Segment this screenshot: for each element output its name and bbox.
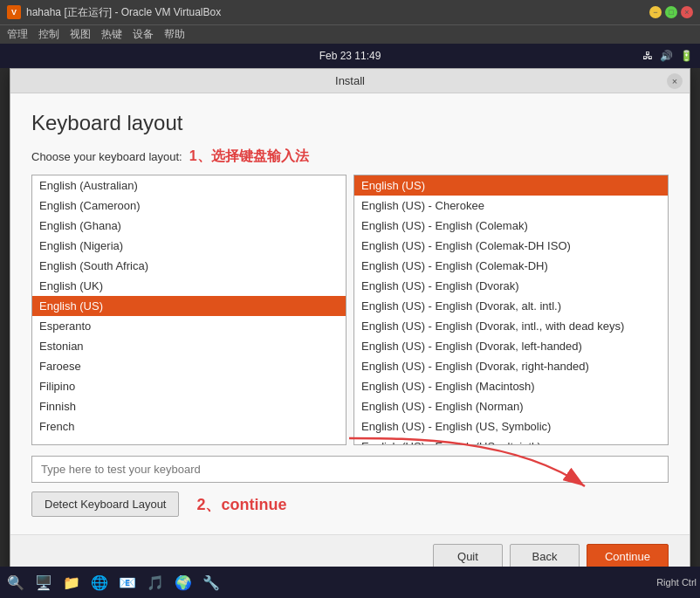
list-item[interactable]: English (Nigeria) bbox=[32, 236, 346, 256]
window-title: hahaha [正在运行] - Oracle VM VirtualBox bbox=[26, 5, 644, 20]
maximize-button[interactable]: □ bbox=[665, 6, 677, 18]
list-item[interactable]: French bbox=[32, 416, 346, 436]
list-item[interactable]: English (US) bbox=[32, 296, 346, 316]
taskbar-icon-7[interactable]: 🌍 bbox=[171, 570, 196, 595]
list-item[interactable]: English (US) - English (Colemak) bbox=[354, 216, 668, 236]
install-dialog: Install × Keyboard layout Choose your ke… bbox=[10, 68, 690, 584]
list-item[interactable]: Esperanto bbox=[32, 316, 346, 336]
bottom-controls: Detect Keyboard Layout 2、continue bbox=[31, 491, 669, 517]
list-item[interactable]: English (US) - English (US, alt. intl.) bbox=[354, 436, 668, 445]
list-item[interactable]: English (US) - English (US, Symbolic) bbox=[354, 416, 668, 436]
system-bar: Feb 23 11:49 🖧 🔊 🔋 bbox=[0, 44, 700, 68]
language-list[interactable]: English (Australian)English (Cameroon)En… bbox=[31, 175, 347, 445]
keyboard-test-input[interactable] bbox=[31, 456, 669, 483]
list-item[interactable]: English (US) bbox=[354, 175, 668, 196]
dialog-title-bar: Install × bbox=[10, 69, 690, 93]
list-item[interactable]: English (UK) bbox=[32, 276, 346, 296]
list-item[interactable]: English (US) - English (Dvorak, left-han… bbox=[354, 336, 668, 356]
menu-bar: 管理 控制 视图 热键 设备 帮助 bbox=[0, 24, 700, 44]
network-icon: 🖧 bbox=[642, 50, 653, 62]
datetime-display: Feb 23 11:49 bbox=[319, 50, 381, 62]
list-item[interactable]: English (US) - Cherokee bbox=[354, 196, 668, 216]
window-title-bar: V hahaha [正在运行] - Oracle VM VirtualBox −… bbox=[0, 0, 700, 24]
menu-hotkey[interactable]: 热键 bbox=[101, 27, 122, 42]
menu-control[interactable]: 控制 bbox=[38, 27, 59, 42]
taskbar-icon-5[interactable]: 📧 bbox=[115, 570, 140, 595]
list-item[interactable]: English (Ghana) bbox=[32, 216, 346, 236]
list-item[interactable]: English (US) - English (Dvorak, right-ha… bbox=[354, 356, 668, 376]
list-item[interactable]: English (US) - English (Dvorak, intl., w… bbox=[354, 316, 668, 336]
continue-button[interactable]: Continue bbox=[587, 544, 669, 569]
system-icons: 🖧 🔊 🔋 bbox=[642, 50, 693, 62]
menu-help[interactable]: 帮助 bbox=[164, 27, 185, 42]
layout-lists: English (Australian)English (Cameroon)En… bbox=[31, 175, 669, 445]
variant-list[interactable]: English (US)English (US) - CherokeeEngli… bbox=[353, 175, 669, 445]
menu-view[interactable]: 视图 bbox=[70, 27, 91, 42]
menu-manage[interactable]: 管理 bbox=[7, 27, 28, 42]
quit-button[interactable]: Quit bbox=[433, 544, 503, 569]
list-item[interactable]: English (US) - English (Norman) bbox=[354, 396, 668, 416]
menu-device[interactable]: 设备 bbox=[133, 27, 154, 42]
minimize-button[interactable]: − bbox=[649, 6, 662, 18]
app-icon: V bbox=[7, 5, 21, 19]
subtitle-row: Choose your keyboard layout: 1、选择键盘输入法 bbox=[31, 148, 669, 166]
taskbar-icon-8[interactable]: 🔧 bbox=[199, 570, 223, 595]
bottom-taskbar: 🔍 🖥️ 📁 🌐 📧 🎵 🌍 🔧 Right Ctrl bbox=[0, 567, 700, 598]
annotation-2: 2、continue bbox=[196, 494, 286, 515]
volume-icon: 🔊 bbox=[660, 50, 673, 62]
list-item[interactable]: English (US) - English (Colemak-DH) bbox=[354, 256, 668, 276]
list-item[interactable]: English (US) - English (Colemak-DH ISO) bbox=[354, 236, 668, 256]
list-item[interactable]: English (Australian) bbox=[32, 175, 346, 196]
taskbar-icon-1[interactable]: 🔍 bbox=[3, 570, 28, 595]
detect-layout-button[interactable]: Detect Keyboard Layout bbox=[31, 491, 179, 517]
subtitle-label: Choose your keyboard layout: bbox=[31, 150, 182, 163]
dialog-body: Keyboard layout Choose your keyboard lay… bbox=[10, 93, 690, 534]
dialog-title: Install bbox=[335, 74, 365, 87]
list-item[interactable]: Faroese bbox=[32, 356, 346, 376]
window-controls: − □ × bbox=[649, 6, 693, 18]
close-button[interactable]: × bbox=[681, 6, 693, 18]
right-ctrl-label: Right Ctrl bbox=[656, 577, 697, 588]
list-item[interactable]: English (US) - English (Macintosh) bbox=[354, 376, 668, 396]
list-item[interactable]: English (South Africa) bbox=[32, 256, 346, 276]
list-item[interactable]: Finnish bbox=[32, 396, 346, 416]
page-title: Keyboard layout bbox=[31, 111, 669, 135]
taskbar-icon-2[interactable]: 🖥️ bbox=[31, 570, 56, 595]
list-item[interactable]: English (US) - English (Dvorak) bbox=[354, 276, 668, 296]
taskbar-right-info: Right Ctrl bbox=[656, 577, 697, 588]
list-item[interactable]: Estonian bbox=[32, 336, 346, 356]
annotation-1: 1、选择键盘输入法 bbox=[189, 148, 309, 166]
list-item[interactable]: English (Cameroon) bbox=[32, 196, 346, 216]
dialog-close-button[interactable]: × bbox=[667, 73, 683, 89]
battery-icon: 🔋 bbox=[680, 50, 693, 62]
taskbar-icon-6[interactable]: 🎵 bbox=[143, 570, 168, 595]
list-item[interactable]: Filipino bbox=[32, 376, 346, 396]
taskbar-icon-3[interactable]: 📁 bbox=[59, 570, 84, 595]
back-button[interactable]: Back bbox=[510, 544, 580, 569]
list-item[interactable]: English (US) - English (Dvorak, alt. int… bbox=[354, 296, 668, 316]
taskbar-icon-4[interactable]: 🌐 bbox=[87, 570, 112, 595]
